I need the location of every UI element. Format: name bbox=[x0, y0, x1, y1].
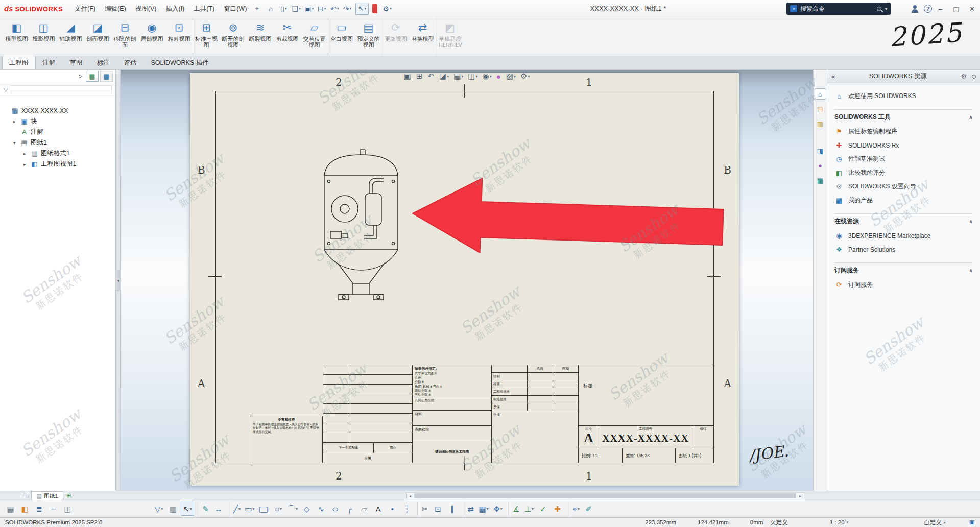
taskpane-tab-design-library[interactable]: ▤ bbox=[815, 103, 826, 114]
add-relation-button[interactable]: ⊥ ▾ bbox=[522, 502, 536, 516]
relative-view-button[interactable]: ⊡ 相对视图 bbox=[165, 18, 193, 56]
print-button[interactable]: ⊟ ▾ bbox=[316, 3, 328, 15]
redo-button[interactable]: ↷ ▾ bbox=[341, 3, 353, 15]
web-status-icon[interactable]: ▣ bbox=[969, 519, 975, 526]
pin-icon[interactable] bbox=[972, 75, 976, 79]
mirror-entities-button[interactable]: ⇄ bbox=[463, 502, 476, 516]
my-products-item[interactable]: ▦ 我的产品 bbox=[834, 194, 973, 207]
user-account-icon[interactable] bbox=[911, 5, 919, 13]
draft-quality-button[interactable]: ◩ 草稿品质 HLR/HLV bbox=[436, 18, 463, 56]
repair-sketch-button[interactable]: ✚ bbox=[551, 502, 564, 516]
convert-entities-button[interactable]: ⊡ bbox=[432, 502, 445, 516]
section-collapse-icon[interactable]: ∧ bbox=[969, 114, 973, 120]
tab-solidworks-addins[interactable]: SOLIDWORKS 插件 bbox=[144, 56, 216, 69]
maximize-button[interactable]: ▢ bbox=[948, 0, 964, 17]
search-icon[interactable] bbox=[877, 7, 881, 11]
graphics-area[interactable]: ▣ ⊞ ↶ ◪ ▾ bbox=[121, 70, 813, 491]
apply-scene-button[interactable]: ▨ ▾ bbox=[506, 71, 516, 81]
tree-expand-arrow[interactable]: ▸ bbox=[23, 151, 30, 156]
menu-window[interactable]: 窗口(W) bbox=[219, 2, 251, 15]
tab-annotation[interactable]: 注解 bbox=[36, 56, 63, 69]
update-view-button[interactable]: ⟳ 更新视图 bbox=[382, 18, 409, 56]
sketch-button[interactable]: ✎ bbox=[198, 502, 211, 516]
empty-view-button[interactable]: ▭ 空白视图 bbox=[328, 18, 355, 56]
section-collapse-icon[interactable]: ∧ bbox=[969, 268, 973, 273]
marketplace-item[interactable]: ◉ 3DEXPERIENCE Marketplace bbox=[834, 229, 973, 243]
point-tool-button[interactable]: • bbox=[386, 502, 399, 516]
previous-view-button[interactable]: ↶ bbox=[427, 71, 435, 81]
horizontal-scrollbar[interactable]: ◂ ▸ bbox=[406, 492, 804, 499]
scroll-right-arrow[interactable]: ▸ bbox=[797, 494, 804, 498]
removed-section-button[interactable]: ⊟ 移除的剖面 bbox=[111, 18, 138, 56]
scrollbar-thumb[interactable] bbox=[414, 493, 796, 498]
tree-expand-arrow[interactable]: ▸ bbox=[23, 162, 30, 167]
section-view-button[interactable]: ◪ 剖面视图 bbox=[84, 18, 111, 56]
drawing-view-1[interactable] bbox=[315, 149, 407, 308]
pin-menu-icon[interactable]: ✦ bbox=[254, 5, 259, 12]
selection-filter-button[interactable]: ▽ ▾ bbox=[152, 502, 165, 516]
hide-show-items-button[interactable]: ◉ ▾ bbox=[483, 71, 492, 81]
save-button[interactable]: ▣ ▾ bbox=[303, 3, 315, 15]
display-style-button[interactable]: ◫ ▾ bbox=[468, 71, 477, 81]
compare-my-score-item[interactable]: ◧ 比较我的评分 bbox=[834, 166, 973, 180]
predefined-view-button[interactable]: ▤ 预定义的视图 bbox=[355, 18, 382, 56]
task-pane-settings-icon[interactable]: ⚙ bbox=[961, 73, 967, 80]
crop-view-button[interactable]: ✂ 剪裁视图 bbox=[274, 18, 301, 56]
displaymanager-tab[interactable]: ▦ bbox=[100, 71, 113, 82]
sheet-list-icon[interactable]: ≣ bbox=[22, 492, 27, 499]
alternate-position-view-button[interactable]: ▱ 交替位置视图 bbox=[301, 18, 328, 56]
tree-item-annotations[interactable]: A 注解 bbox=[0, 127, 115, 137]
partner-solutions-item[interactable]: ❖ Partner Solutions bbox=[834, 243, 973, 256]
panel-splitter[interactable]: ◂ bbox=[116, 70, 121, 491]
panel-collapse-button[interactable]: > bbox=[77, 73, 84, 80]
featuremanager-tab[interactable]: ▤ bbox=[86, 71, 99, 82]
options-button[interactable]: ⚙ ▾ bbox=[381, 3, 393, 15]
tree-item-drawing-view1[interactable]: ▸ ◧ 工程图视图1 bbox=[0, 159, 115, 170]
detail-view-button[interactable]: ◉ 局部视图 bbox=[138, 18, 165, 56]
splitter-handle[interactable]: ◂ bbox=[116, 270, 121, 291]
sheet-scale-control[interactable]: 1 : 20 ▾ bbox=[830, 519, 848, 525]
rectangle-tool-button[interactable]: ▭ ▾ bbox=[243, 502, 256, 516]
tree-item-root[interactable]: ▤ XXXX-XXXX-XX bbox=[0, 105, 115, 116]
line-color-button[interactable]: ◧ bbox=[18, 502, 32, 516]
tree-expand-arrow[interactable]: ▸ bbox=[13, 119, 20, 124]
ellipse-tool-button[interactable]: ○ bbox=[329, 502, 342, 516]
menu-tools[interactable]: 工具(T) bbox=[189, 2, 219, 15]
polygon-tool-button[interactable]: ◇ bbox=[300, 502, 314, 516]
chevron-down-icon[interactable]: ▾ bbox=[885, 7, 887, 11]
select-tool-button[interactable]: ↖ ▾ bbox=[181, 502, 194, 516]
section-view-hud-button[interactable]: ◪ ▾ bbox=[439, 71, 449, 81]
standard-3-view-button[interactable]: ⊞ 标准三视图 bbox=[193, 18, 220, 56]
break-view-button[interactable]: ≋ 断裂视图 bbox=[247, 18, 274, 56]
taskpane-tab-custom-properties[interactable]: ▦ bbox=[815, 175, 826, 186]
projected-view-button[interactable]: ◫ 投影视图 bbox=[30, 18, 57, 56]
layer-properties-button[interactable]: ▦ bbox=[4, 502, 17, 516]
menu-edit[interactable]: 编辑(E) bbox=[100, 2, 131, 15]
trim-entities-button[interactable]: ✂ bbox=[417, 502, 431, 516]
zoom-to-fit-button[interactable]: ▣ bbox=[404, 71, 412, 81]
move-entities-button[interactable]: ✥ ▾ bbox=[491, 502, 505, 516]
tab-evaluate[interactable]: 评估 bbox=[117, 56, 144, 69]
display-relations-button[interactable]: ∡ bbox=[508, 502, 521, 516]
view-settings-button[interactable]: ⚙ ▾ bbox=[520, 71, 530, 81]
command-search-input[interactable]: » 搜索命令 ▾ bbox=[786, 3, 891, 15]
new-document-button[interactable]: ▯ ▾ bbox=[277, 3, 290, 15]
auxiliary-view-button[interactable]: ◢ 辅助视图 bbox=[57, 18, 84, 56]
tab-drawing[interactable]: 工程图 bbox=[2, 56, 36, 69]
minimize-button[interactable]: – bbox=[933, 0, 948, 17]
subscription-item[interactable]: ⟳ 订阅服务 bbox=[834, 278, 973, 292]
property-tab-builder-item[interactable]: ⚑ 属性标签编制程序 bbox=[834, 125, 973, 138]
line-tool-button[interactable]: ╱ ▾ bbox=[229, 502, 242, 516]
welcome-item[interactable]: ⌂ 欢迎使用 SOLIDWORKS bbox=[834, 89, 973, 103]
tree-item-sheet1[interactable]: ▾ ▤ 图纸1 bbox=[0, 137, 115, 148]
model-view-button[interactable]: ◧ 模型视图 bbox=[3, 18, 30, 56]
tab-sketch[interactable]: 草图 bbox=[63, 56, 90, 69]
broken-out-section-button[interactable]: ⊚ 断开的剖视图 bbox=[220, 18, 247, 56]
section-online-resources[interactable]: 在线资源 ∧ bbox=[834, 213, 973, 229]
open-button[interactable]: ❏ ▾ bbox=[290, 3, 302, 15]
tree-item-sheet-format1[interactable]: ▸ ▥ 图纸格式1 bbox=[0, 148, 115, 159]
tree-filter-input[interactable] bbox=[11, 85, 112, 93]
spline-tool-button[interactable]: ∿ bbox=[315, 502, 328, 516]
quick-snaps-button[interactable]: ⌖ ▾ bbox=[568, 502, 581, 516]
taskpane-tab-file-explorer[interactable]: ▥ bbox=[815, 118, 826, 129]
